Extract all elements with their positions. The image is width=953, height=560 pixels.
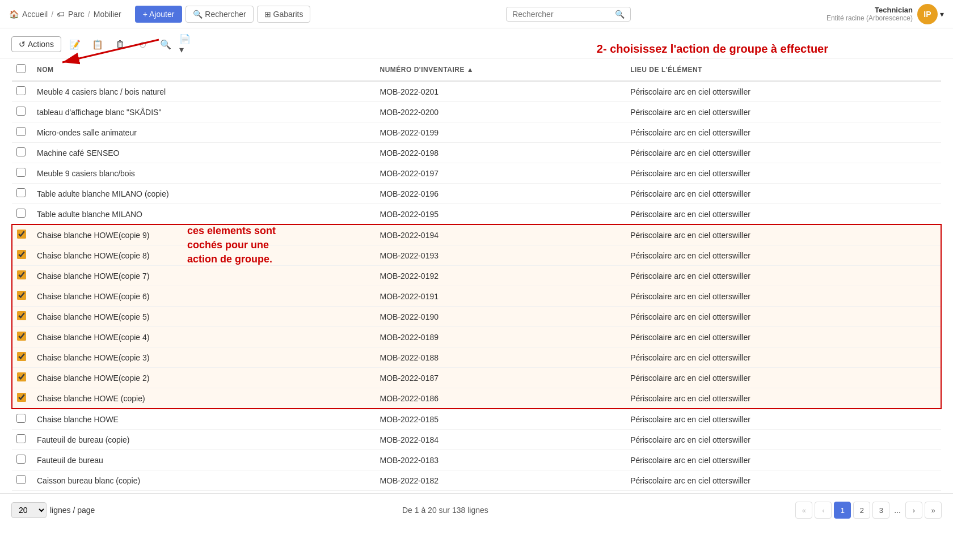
global-search[interactable]: 🔍 (506, 7, 631, 22)
row-inventaire: MOB-2022-0184 (376, 430, 626, 450)
user-name: Technician (827, 6, 913, 14)
row-checkbox[interactable] (16, 434, 26, 443)
catalog-icon: 🏷 (57, 10, 65, 19)
row-inventaire: MOB-2022-0192 (376, 266, 626, 286)
pagination-ellipsis: ... (892, 506, 903, 515)
user-avatar-dropdown[interactable]: IP ▾ (917, 4, 944, 24)
table-row: Table adulte blanche MILANOMOB-2022-0195… (12, 204, 941, 225)
row-checkbox[interactable] (17, 230, 26, 239)
row-checkbox[interactable] (16, 455, 26, 464)
edit-icon[interactable]: 📝 (66, 35, 84, 53)
avatar: IP (917, 4, 938, 24)
table-row: Chaise blanche HOWE(copie 3)MOB-2022-018… (12, 347, 941, 368)
page-size-control: 10 20 50 100 lignes / page (11, 502, 95, 518)
row-nom: Chaise blanche HOWE(copie 7) (32, 266, 376, 286)
page-size-select[interactable]: 10 20 50 100 (11, 502, 47, 518)
row-inventaire: MOB-2022-0191 (376, 286, 626, 307)
row-checkbox-cell (12, 163, 32, 184)
row-lieu: Périscolaire arc en ciel otterswiller (626, 368, 941, 388)
table-row: Chaise blanche HOWE(copie 4)MOB-2022-018… (12, 327, 941, 347)
row-checkbox[interactable] (16, 168, 26, 177)
row-lieu: Périscolaire arc en ciel otterswiller (626, 409, 941, 430)
breadcrumb-mobilier: Mobilier (94, 10, 121, 19)
breadcrumb-parc[interactable]: Parc (68, 10, 85, 19)
table-row: Chaise blanche HOWE(copie 9)MOB-2022-019… (12, 224, 941, 245)
pagination-nav: « ‹ 1 2 3 ... › » (795, 502, 942, 519)
row-inventaire: MOB-2022-0196 (376, 184, 626, 204)
row-checkbox-cell (12, 307, 32, 327)
search-toolbar-icon[interactable]: 🔍 (157, 35, 175, 53)
per-page-label: lignes / page (50, 506, 95, 515)
row-checkbox[interactable] (17, 332, 26, 341)
actions-icon: ↺ (19, 40, 26, 49)
add-button[interactable]: + Ajouter (135, 6, 183, 23)
row-checkbox-cell (12, 470, 32, 491)
nom-label: NOM (37, 66, 54, 74)
sort-icon: ▲ (467, 66, 474, 74)
nav-buttons: + Ajouter 🔍 Rechercher ⊞ Gabarits (135, 6, 311, 23)
nav-right: Technician Entité racine (Arborescence) … (827, 4, 944, 24)
row-checkbox-cell (12, 143, 32, 163)
row-nom: Micro-ondes salle animateur (32, 122, 376, 143)
page-3-button[interactable]: 3 (872, 502, 889, 519)
home-icon: 🏠 (9, 10, 19, 19)
row-lieu: Périscolaire arc en ciel otterswiller (626, 163, 941, 184)
row-checkbox[interactable] (16, 127, 26, 136)
actions-button[interactable]: ↺ Actions (11, 36, 61, 52)
row-inventaire: MOB-2022-0199 (376, 122, 626, 143)
row-inventaire: MOB-2022-0189 (376, 327, 626, 347)
row-checkbox[interactable] (16, 475, 26, 484)
page-1-button[interactable]: 1 (834, 502, 851, 519)
row-checkbox[interactable] (17, 352, 26, 361)
table-row: Chaise blanche HOWE(copie 8)MOB-2022-019… (12, 245, 941, 266)
row-checkbox[interactable] (17, 270, 26, 279)
prev-page-button[interactable]: ‹ (815, 502, 832, 519)
table-row: Machine café SENSEOMOB-2022-0198Périscol… (12, 143, 941, 163)
rechercher-button[interactable]: 🔍 Rechercher (185, 6, 253, 23)
select-all-checkbox[interactable] (16, 64, 26, 73)
table-row: Fauteuil de bureau (copie)MOB-2022-0184P… (12, 430, 941, 450)
row-nom: Chaise blanche HOWE(copie 9) (32, 224, 376, 245)
row-checkbox[interactable] (16, 147, 26, 156)
row-checkbox-cell (12, 347, 32, 368)
row-lieu: Périscolaire arc en ciel otterswiller (626, 430, 941, 450)
breadcrumb-accueil[interactable]: Accueil (22, 10, 48, 19)
row-checkbox[interactable] (16, 107, 26, 116)
duplicate-icon[interactable]: 📋 (88, 35, 107, 53)
first-page-button[interactable]: « (795, 502, 812, 519)
header-inventaire[interactable]: NUMÉRO D'INVENTAIRE ▲ (376, 58, 626, 81)
row-lieu: Périscolaire arc en ciel otterswiller (626, 266, 941, 286)
row-checkbox[interactable] (16, 188, 26, 197)
table-row: Caisson bureau blanc (copie)MOB-2022-018… (12, 470, 941, 491)
row-checkbox[interactable] (16, 86, 26, 95)
row-checkbox[interactable] (17, 250, 26, 259)
row-lieu: Périscolaire arc en ciel otterswiller (626, 327, 941, 347)
row-checkbox[interactable] (17, 311, 26, 320)
search-input[interactable] (512, 10, 612, 19)
row-nom: Chaise blanche HOWE (32, 409, 376, 430)
row-lieu: Périscolaire arc en ciel otterswiller (626, 102, 941, 122)
row-checkbox[interactable] (17, 291, 26, 300)
export-icon[interactable]: 📄 ▾ (179, 35, 197, 53)
row-inventaire: MOB-2022-0187 (376, 368, 626, 388)
table-container: NOM NUMÉRO D'INVENTAIRE ▲ LIEU DE L'ÉLÉM… (0, 58, 953, 491)
last-page-button[interactable]: » (925, 502, 942, 519)
gabarits-button[interactable]: ⊞ Gabarits (257, 6, 311, 23)
row-lieu: Périscolaire arc en ciel otterswiller (626, 143, 941, 163)
row-checkbox[interactable] (16, 414, 26, 423)
row-lieu: Périscolaire arc en ciel otterswiller (626, 388, 941, 409)
row-checkbox[interactable] (17, 393, 26, 402)
delete-icon[interactable]: 🗑 (111, 35, 129, 53)
row-checkbox-cell (12, 450, 32, 470)
table-row: Chaise blanche HOWE(copie 6)MOB-2022-019… (12, 286, 941, 307)
page-2-button[interactable]: 2 (853, 502, 870, 519)
row-nom: Caisson bureau blanc (copie) (32, 470, 376, 491)
link-icon[interactable]: ⊙ (134, 35, 152, 53)
row-checkbox-cell (12, 122, 32, 143)
row-checkbox[interactable] (17, 372, 26, 381)
row-inventaire: MOB-2022-0201 (376, 81, 626, 102)
next-page-button[interactable]: › (905, 502, 922, 519)
row-checkbox-cell (12, 204, 32, 225)
row-checkbox[interactable] (16, 209, 26, 218)
row-nom: Table adulte blanche MILANO (copie) (32, 184, 376, 204)
